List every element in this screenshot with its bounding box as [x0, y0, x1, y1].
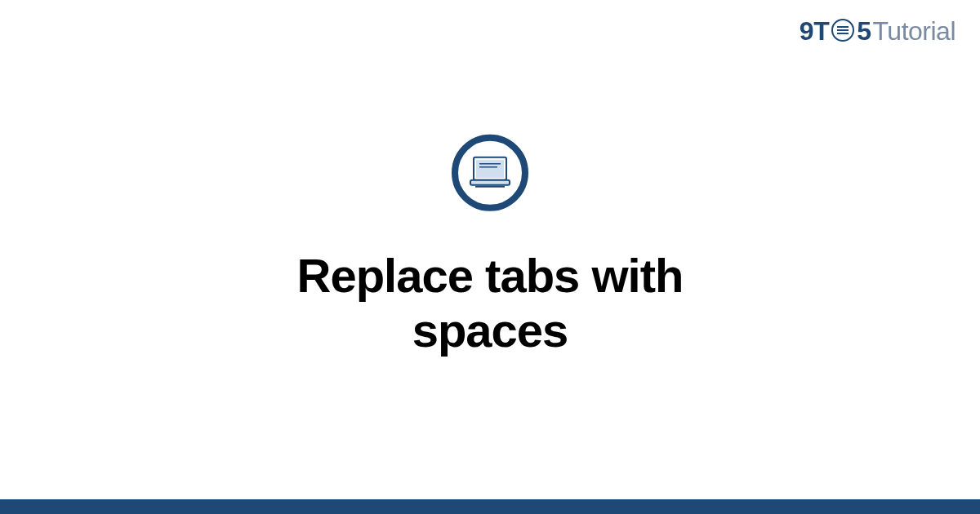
logo-prefix: 9T [800, 16, 829, 47]
main-content: Replace tabs with spaces [245, 135, 735, 357]
logo-suffix: Tutorial [872, 16, 956, 47]
site-logo[interactable]: 9T 5 Tutorial [800, 16, 956, 47]
logo-o-icon [831, 19, 854, 42]
svg-rect-1 [476, 160, 504, 178]
logo-number: 5 [857, 16, 871, 47]
laptop-icon [452, 135, 528, 211]
laptop-icon-svg [469, 156, 511, 190]
footer-accent-bar [0, 499, 980, 514]
svg-rect-4 [470, 180, 510, 185]
page-title: Replace tabs with spaces [245, 248, 735, 357]
